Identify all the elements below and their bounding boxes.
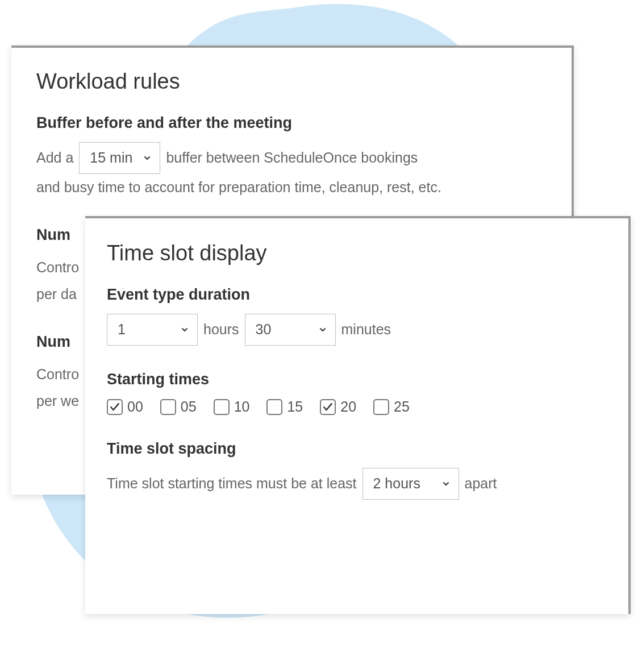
start-05-checkbox[interactable]: 05	[160, 399, 197, 415]
spacing-section: Time slot spacing Time slot starting tim…	[107, 440, 607, 500]
workload-rules-title: Workload rules	[36, 69, 547, 94]
start-15-label: 15	[287, 399, 303, 415]
spacing-heading: Time slot spacing	[107, 440, 607, 458]
duration-heading: Event type duration	[107, 286, 607, 304]
start-10-checkbox[interactable]: 10	[214, 399, 250, 415]
hours-select[interactable]: 1	[107, 314, 198, 346]
spacing-suffix: apart	[465, 470, 497, 497]
checkbox-box	[160, 399, 176, 415]
buffer-mid: buffer between ScheduleOnce bookings	[166, 144, 418, 172]
starting-times-heading: Starting times	[107, 371, 607, 388]
buffer-heading: Buffer before and after the meeting	[36, 114, 547, 132]
checkbox-box	[373, 399, 389, 415]
hours-label: hours	[203, 316, 239, 343]
spacing-select[interactable]: 2 hours	[362, 468, 459, 500]
chevron-down-icon	[441, 479, 451, 488]
spacing-value: 2 hours	[373, 470, 420, 497]
start-25-checkbox[interactable]: 25	[373, 399, 410, 415]
time-slot-title: Time slot display	[107, 241, 607, 266]
minutes-value: 30	[256, 316, 272, 343]
buffer-select-value: 15 min	[90, 144, 132, 172]
checkbox-box	[266, 399, 282, 415]
start-05-label: 05	[181, 399, 197, 415]
starting-times-section: Starting times 00 05 10	[107, 371, 607, 415]
time-slot-display-card: Time slot display Event type duration 1 …	[85, 216, 631, 614]
buffer-tail: and busy time to account for preparation…	[36, 174, 547, 201]
buffer-section: Buffer before and after the meeting Add …	[36, 114, 547, 201]
start-15-checkbox[interactable]: 15	[266, 399, 303, 415]
starting-times-options: 00 05 10 15	[107, 399, 607, 415]
start-20-label: 20	[340, 399, 356, 415]
chevron-down-icon	[180, 325, 189, 334]
start-00-label: 00	[127, 399, 143, 415]
chevron-down-icon	[143, 154, 152, 163]
checkbox-box	[320, 399, 336, 415]
start-25-label: 25	[394, 399, 410, 415]
checkbox-box	[107, 399, 123, 415]
duration-section: Event type duration 1 hours 30 minutes	[107, 286, 607, 346]
check-icon	[109, 401, 120, 413]
start-20-checkbox[interactable]: 20	[320, 399, 356, 415]
buffer-prefix: Add a	[36, 144, 73, 172]
buffer-select[interactable]: 15 min	[79, 142, 160, 174]
hours-value: 1	[118, 316, 126, 343]
check-icon	[322, 401, 333, 413]
start-10-label: 10	[234, 399, 250, 415]
start-00-checkbox[interactable]: 00	[107, 399, 143, 415]
chevron-down-icon	[318, 325, 327, 334]
spacing-prefix: Time slot starting times must be at leas…	[107, 470, 357, 497]
minutes-label: minutes	[341, 316, 391, 343]
minutes-select[interactable]: 30	[245, 314, 336, 346]
checkbox-box	[214, 399, 230, 415]
